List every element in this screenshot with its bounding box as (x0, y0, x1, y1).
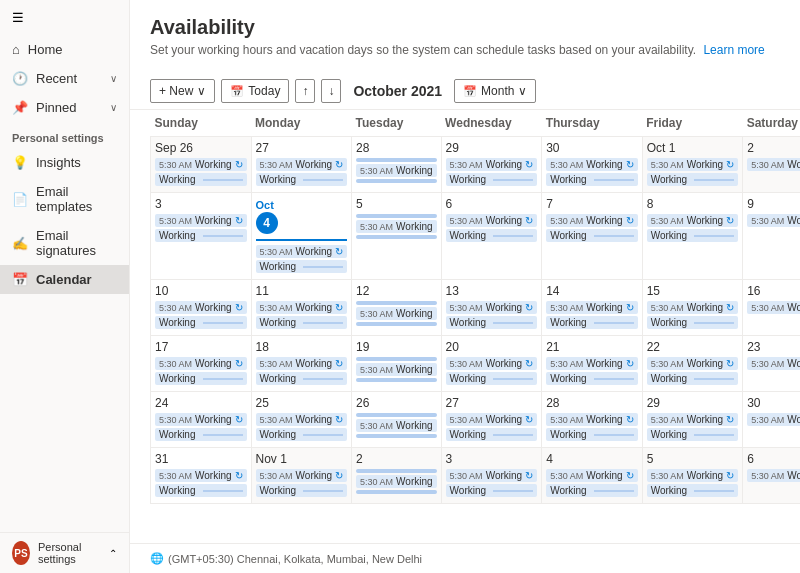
event-bar[interactable]: 5:30 AMWorking (356, 220, 437, 233)
calendar-day-cell[interactable]: Oct 45:30 AMWorking↻Working (251, 193, 352, 280)
event-bar[interactable]: 5:30 AMWorking (356, 164, 437, 177)
new-button[interactable]: + New ∨ (150, 79, 215, 103)
event-bar[interactable]: 5:30 AMWorking↻ (446, 413, 538, 426)
event-bar[interactable]: Working (647, 229, 739, 242)
event-bar[interactable]: 5:30 AMWorking↻ (256, 413, 348, 426)
event-bar[interactable]: 5:30 AMWorking↻ (155, 158, 247, 171)
calendar-day-cell[interactable]: 25:30 AMWorking (352, 448, 442, 504)
event-bar[interactable]: Working (446, 229, 538, 242)
calendar-day-cell[interactable]: 135:30 AMWorking↻Working (441, 280, 542, 336)
calendar-day-cell[interactable]: 305:30 AMWorking↻Working (542, 137, 643, 193)
calendar-day-cell[interactable]: 195:30 AMWorking (352, 336, 442, 392)
event-bar[interactable]: Working (446, 428, 538, 441)
calendar-day-cell[interactable]: 285:30 AMWorking (352, 137, 442, 193)
event-bar[interactable]: Working (446, 316, 538, 329)
calendar-day-cell[interactable]: 105:30 AMWorking↻Working (151, 280, 252, 336)
calendar-day-cell[interactable]: 75:30 AMWorking↻Working (542, 193, 643, 280)
event-bar[interactable]: Working (155, 316, 247, 329)
event-bar[interactable]: 5:30 AMWorking↻ (546, 469, 638, 482)
event-bar[interactable]: 5:30 AMWorking↻ (256, 245, 348, 258)
event-bar[interactable]: Working (155, 229, 247, 242)
event-bar[interactable]: 5:30 AMWorking↻ (546, 158, 638, 171)
event-bar[interactable]: Working (647, 173, 739, 186)
calendar-day-cell[interactable]: 35:30 AMWorking↻Working (151, 193, 252, 280)
event-bar[interactable]: Working (546, 173, 638, 186)
calendar-day-cell[interactable]: 295:30 AMWorking↻Working (642, 392, 743, 448)
calendar-day-cell[interactable]: 275:30 AMWorking↻Working (441, 392, 542, 448)
event-bar[interactable]: 5:30 AMWorking↻ (647, 357, 739, 370)
event-bar[interactable]: 5:30 AMWorking↻ (546, 413, 638, 426)
event-bar[interactable]: 5:30 AMWorking (747, 469, 800, 482)
event-bar[interactable]: Working (546, 229, 638, 242)
sidebar-item-pinned[interactable]: 📌 Pinned ∨ (0, 93, 129, 122)
calendar-day-cell[interactable]: 265:30 AMWorking (352, 392, 442, 448)
event-bar[interactable]: Working (546, 484, 638, 497)
calendar-day-cell[interactable]: 155:30 AMWorking↻Working (642, 280, 743, 336)
event-bar[interactable]: Working (256, 173, 348, 186)
calendar-day-cell[interactable]: 175:30 AMWorking↻Working (151, 336, 252, 392)
event-bar[interactable]: 5:30 AMWorking (747, 158, 800, 171)
event-bar[interactable]: 5:30 AMWorking↻ (155, 357, 247, 370)
event-bar[interactable]: 5:30 AMWorking (356, 363, 437, 376)
event-bar[interactable]: Working (647, 316, 739, 329)
calendar-day-cell[interactable]: 165:30 AMWorking (743, 280, 800, 336)
event-bar[interactable]: Working (256, 316, 348, 329)
event-bar[interactable]: 5:30 AMWorking↻ (446, 214, 538, 227)
calendar-day-cell[interactable]: 25:30 AMWorking (743, 137, 800, 193)
sidebar-item-insights[interactable]: 💡 Insights (0, 148, 129, 177)
event-bar[interactable]: Working (256, 484, 348, 497)
month-view-button[interactable]: 📅 Month ∨ (454, 79, 536, 103)
event-bar[interactable]: Working (256, 428, 348, 441)
calendar-day-cell[interactable]: 315:30 AMWorking↻Working (151, 448, 252, 504)
event-bar[interactable]: 5:30 AMWorking (747, 357, 800, 370)
hamburger-menu[interactable]: ☰ (0, 0, 129, 35)
event-bar[interactable]: 5:30 AMWorking↻ (155, 301, 247, 314)
calendar-day-cell[interactable]: 55:30 AMWorking↻Working (642, 448, 743, 504)
event-bar[interactable]: 5:30 AMWorking (747, 214, 800, 227)
calendar-day-cell[interactable]: 35:30 AMWorking↻Working (441, 448, 542, 504)
event-bar[interactable]: 5:30 AMWorking↻ (647, 214, 739, 227)
next-button[interactable]: ↓ (321, 79, 341, 103)
calendar-day-cell[interactable]: 185:30 AMWorking↻Working (251, 336, 352, 392)
sidebar-bottom-personal-settings[interactable]: PS Personal settings ⌃ (0, 532, 129, 573)
calendar-day-cell[interactable]: 205:30 AMWorking↻Working (441, 336, 542, 392)
calendar-day-cell[interactable]: 305:30 AMWorking (743, 392, 800, 448)
event-bar[interactable]: 5:30 AMWorking↻ (546, 357, 638, 370)
event-bar[interactable]: 5:30 AMWorking↻ (446, 158, 538, 171)
calendar-day-cell[interactable]: 275:30 AMWorking↻Working (251, 137, 352, 193)
calendar-day-cell[interactable]: 95:30 AMWorking (743, 193, 800, 280)
event-bar[interactable]: Working (546, 316, 638, 329)
event-bar[interactable]: Working (446, 484, 538, 497)
sidebar-item-calendar[interactable]: 📅 Calendar (0, 265, 129, 294)
event-bar[interactable]: Working (546, 428, 638, 441)
event-bar[interactable]: Working (155, 484, 247, 497)
calendar-day-cell[interactable]: 55:30 AMWorking (352, 193, 442, 280)
event-bar[interactable]: 5:30 AMWorking↻ (546, 301, 638, 314)
event-bar[interactable]: Working (446, 372, 538, 385)
today-button[interactable]: 📅 Today (221, 79, 289, 103)
event-bar[interactable]: Working (446, 173, 538, 186)
calendar-day-cell[interactable]: 255:30 AMWorking↻Working (251, 392, 352, 448)
calendar-day-cell[interactable]: 215:30 AMWorking↻Working (542, 336, 643, 392)
event-bar[interactable]: 5:30 AMWorking (356, 307, 437, 320)
event-bar[interactable]: 5:30 AMWorking (747, 413, 800, 426)
sidebar-item-email-templates[interactable]: 📄 Email templates (0, 177, 129, 221)
event-bar[interactable]: Working (155, 173, 247, 186)
event-bar[interactable]: Working (647, 428, 739, 441)
event-bar[interactable]: 5:30 AMWorking↻ (155, 469, 247, 482)
calendar-day-cell[interactable]: 295:30 AMWorking↻Working (441, 137, 542, 193)
event-bar[interactable]: 5:30 AMWorking↻ (155, 413, 247, 426)
calendar-day-cell[interactable]: Sep 265:30 AMWorking↻Working (151, 137, 252, 193)
calendar-day-cell[interactable]: 45:30 AMWorking↻Working (542, 448, 643, 504)
event-bar[interactable]: 5:30 AMWorking↻ (647, 158, 739, 171)
event-bar[interactable]: 5:30 AMWorking (356, 475, 437, 488)
calendar-day-cell[interactable]: 115:30 AMWorking↻Working (251, 280, 352, 336)
event-bar[interactable]: Working (155, 428, 247, 441)
event-bar[interactable]: Working (546, 372, 638, 385)
event-bar[interactable]: 5:30 AMWorking↻ (647, 301, 739, 314)
event-bar[interactable]: 5:30 AMWorking (747, 301, 800, 314)
event-bar[interactable]: 5:30 AMWorking↻ (446, 357, 538, 370)
calendar-day-cell[interactable]: 125:30 AMWorking (352, 280, 442, 336)
prev-button[interactable]: ↑ (295, 79, 315, 103)
event-bar[interactable]: 5:30 AMWorking↻ (155, 214, 247, 227)
